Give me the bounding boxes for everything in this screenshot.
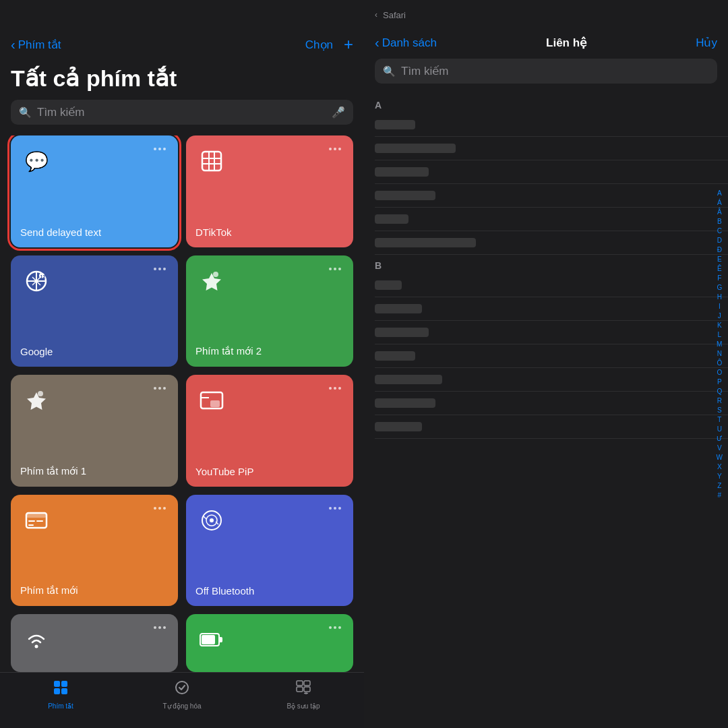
dot — [154, 148, 156, 150]
card-icon: 💬 — [20, 145, 53, 177]
contact-row[interactable] — [375, 274, 728, 297]
tab-automation[interactable]: Tự động hóa — [121, 679, 243, 710]
contact-row[interactable] — [375, 184, 728, 208]
search-bar[interactable]: 🔍 Tìm kiếm 🎤 — [11, 100, 353, 125]
alpha-a[interactable]: A — [717, 189, 723, 198]
shortcut-card-phim-tat-moi-1[interactable]: Phím tắt mới 1 — [11, 375, 178, 487]
add-button[interactable]: + — [344, 35, 353, 54]
card-icon — [195, 624, 228, 656]
alpha-b[interactable]: B — [717, 217, 723, 226]
shortcut-card-google[interactable]: 12 Google — [11, 255, 178, 367]
shortcut-card-youtube-pip[interactable]: YouTube PiP — [186, 375, 353, 487]
contact-row[interactable] — [375, 415, 728, 439]
alpha-g[interactable]: G — [717, 283, 723, 292]
card-top — [195, 384, 344, 417]
card-top — [195, 145, 344, 177]
contact-row[interactable] — [375, 208, 728, 231]
search-placeholder: Tìm kiếm — [37, 105, 326, 119]
alpha-r[interactable]: R — [717, 396, 723, 405]
contact-row[interactable] — [375, 231, 728, 255]
right-search-bar[interactable]: 🔍 Tìm kiếm — [375, 59, 717, 84]
more-button[interactable] — [326, 624, 344, 632]
contact-row[interactable] — [375, 297, 728, 321]
alpha-x[interactable]: X — [717, 462, 723, 471]
shortcut-card-wifi[interactable] — [11, 614, 178, 672]
contact-row[interactable] — [375, 392, 728, 415]
shortcut-card-send-delayed-text[interactable]: 💬 Send delayed text — [11, 135, 178, 247]
alpha-h[interactable]: H — [717, 293, 723, 301]
svg-rect-25 — [219, 637, 222, 642]
alpha-n[interactable]: N — [717, 349, 723, 358]
dot — [338, 148, 341, 150]
svg-line-20 — [204, 516, 206, 519]
alpha-t[interactable]: T — [717, 415, 723, 424]
alpha-y[interactable]: Y — [717, 472, 723, 481]
alpha-a-hat[interactable]: Â — [717, 208, 723, 216]
contacts-list: A B — [364, 94, 728, 728]
search-icon: 🔍 — [383, 65, 396, 78]
alpha-hash[interactable]: # — [717, 491, 723, 499]
alpha-d[interactable]: D — [717, 236, 723, 245]
more-button[interactable] — [151, 504, 169, 512]
contact-row[interactable] — [375, 137, 728, 160]
dot — [338, 507, 341, 510]
alpha-a-acute[interactable]: Á — [717, 198, 723, 207]
alpha-u[interactable]: U — [717, 425, 723, 433]
svg-rect-28 — [54, 688, 60, 694]
nav-actions: Chọn + — [305, 35, 353, 54]
alpha-m[interactable]: M — [717, 340, 723, 348]
more-button[interactable] — [151, 624, 169, 632]
left-panel: ‹ Phím tắt Chọn + Tất cả phím tắt 🔍 Tìm … — [0, 0, 364, 728]
alpha-e-hat[interactable]: Ê — [717, 264, 723, 273]
bottom-tab-bar: Phím tắt Tự động hóa — [0, 672, 364, 728]
contact-row[interactable] — [375, 368, 728, 392]
shortcut-card-battery[interactable] — [186, 614, 353, 672]
dot — [158, 507, 161, 510]
alpha-o-hat[interactable]: Ô — [717, 359, 723, 367]
more-button[interactable] — [326, 504, 344, 512]
alpha-d-stroke[interactable]: Đ — [717, 245, 723, 254]
more-button[interactable] — [326, 265, 344, 273]
alpha-p[interactable]: P — [717, 377, 723, 386]
alpha-u-horn[interactable]: Ư — [717, 434, 723, 443]
alpha-e[interactable]: E — [717, 255, 723, 264]
mic-icon: 🎤 — [332, 106, 345, 119]
svg-rect-13 — [210, 400, 220, 407]
contact-row[interactable] — [375, 321, 728, 344]
more-button[interactable] — [151, 145, 169, 153]
alpha-o[interactable]: O — [717, 368, 723, 377]
card-icon — [195, 265, 228, 297]
dot — [329, 148, 332, 150]
more-button[interactable] — [151, 384, 169, 392]
left-status-bar — [0, 0, 364, 30]
alpha-c[interactable]: C — [717, 226, 723, 235]
alpha-s[interactable]: S — [717, 406, 723, 415]
more-button[interactable] — [151, 265, 169, 273]
alpha-j[interactable]: J — [717, 311, 723, 320]
more-button[interactable] — [326, 145, 344, 153]
alpha-w[interactable]: W — [717, 453, 723, 462]
back-to-list-button[interactable]: ‹ Danh sách — [375, 35, 437, 51]
more-button[interactable] — [326, 384, 344, 392]
tab-shortcuts[interactable]: Phím tắt — [0, 679, 121, 710]
alpha-i[interactable]: I — [717, 302, 723, 311]
contact-row[interactable] — [375, 113, 728, 137]
alpha-k[interactable]: K — [717, 321, 723, 330]
alpha-v[interactable]: V — [717, 444, 723, 452]
contact-row[interactable] — [375, 160, 728, 184]
shortcut-card-off-bluetooth[interactable]: Off Bluetooth — [186, 495, 353, 607]
tab-gallery[interactable]: Bộ sưu tập — [243, 679, 364, 710]
shortcut-card-phim-tat-moi-2[interactable]: Phím tắt mới 2 — [186, 255, 353, 367]
contact-row[interactable] — [375, 344, 728, 368]
card-top — [20, 384, 169, 417]
contact-name — [375, 191, 435, 200]
choose-button[interactable]: Chọn — [305, 38, 333, 52]
alpha-q[interactable]: Q — [717, 387, 723, 396]
back-button[interactable]: ‹ Phím tắt — [11, 37, 61, 53]
shortcut-card-dtiktok[interactable]: DTikTok — [186, 135, 353, 247]
alpha-f[interactable]: F — [717, 274, 723, 282]
alpha-z[interactable]: Z — [717, 481, 723, 490]
alpha-l[interactable]: L — [717, 330, 723, 339]
cancel-button[interactable]: Hủy — [696, 36, 717, 50]
shortcut-card-phim-tat-moi-orange[interactable]: Phím tắt mới — [11, 495, 178, 607]
